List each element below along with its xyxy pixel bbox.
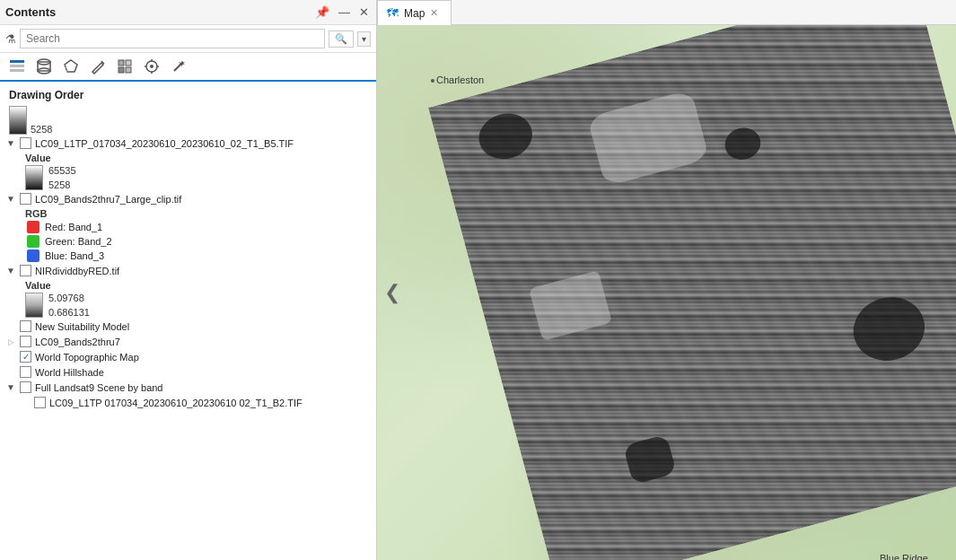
layer-name-lc09-b2: LC09_L1TP 017034_20230610_20230610 02_T1… (49, 398, 371, 408)
svg-rect-9 (118, 60, 124, 66)
cylinder-icon[interactable] (34, 57, 54, 76)
sat-light-patch-1 (587, 90, 710, 187)
checkbox-nir[interactable] (20, 265, 31, 276)
map-nav-left[interactable]: ❮ (384, 281, 400, 304)
search-row: ⚗ 🔍 ▾ (0, 25, 376, 53)
sat-dark-patch-2 (722, 124, 765, 163)
checkbox-lc09-b2[interactable] (34, 397, 46, 408)
layer-name-world-hillshade: World Hillshade (35, 367, 371, 378)
layer-row-full-landsat[interactable]: ▼ Full Landsat9 Scene by band (0, 380, 376, 395)
expand-arrow-full-landsat[interactable]: ▼ (5, 382, 16, 392)
value-top-nir: 5.09768 (48, 293, 90, 303)
checkbox-lc09-b5[interactable] (20, 137, 31, 149)
gradient-swatch (9, 106, 27, 135)
gradient-labels: 5258 (31, 106, 52, 135)
value-row-lc09-b5: 65535 5258 (0, 164, 376, 191)
pin-button[interactable]: 📌 (313, 5, 331, 19)
map-panel: 🗺 Map ✕ ❮ Charleston (377, 0, 956, 560)
layer-row-lc09-b5[interactable]: ▼ LC09_L1TP_017034_20230610_20230610_02_… (0, 136, 376, 151)
expand-arrow-nir[interactable]: ▼ (5, 266, 16, 276)
checkbox-full-landsat[interactable] (20, 381, 31, 393)
gradient-bottom-value: 5258 (31, 124, 52, 135)
grid-raster-icon[interactable] (115, 57, 135, 76)
layer-name-nir: NIRdividdbyRED.tif (35, 266, 371, 276)
blue-ridge-label: Blue RidgeParkway (880, 553, 928, 560)
layer-row-world-topo[interactable]: ▶ ✓ World Topographic Map (0, 349, 376, 364)
search-button[interactable]: 🔍 (329, 31, 354, 48)
layer-name-lc09-bands: LC09_Bands2thru7 (35, 337, 371, 347)
value-bottom-lc09-b5: 5258 (48, 179, 76, 190)
panel-controls: 📌 — ✕ (313, 5, 371, 19)
polygon-select-icon[interactable] (61, 57, 81, 76)
layer-row-nir[interactable]: ▼ NIRdividdbyRED.tif (0, 263, 376, 278)
value-labels-nir: 5.09768 0.686131 (48, 293, 90, 318)
layer-row-bands-large[interactable]: ▼ LC09_Bands2thru7_Large_clip.tif (0, 191, 376, 206)
svg-rect-2 (10, 69, 24, 72)
rgb-row-green: Green: Band_2 (0, 234, 376, 249)
sat-dark-patch-4 (623, 434, 677, 485)
toolbar-row (0, 53, 376, 82)
contents-list[interactable]: Drawing Order 5258 ▼ LC09_L1TP_017034_20… (0, 82, 376, 560)
svg-marker-6 (65, 60, 77, 72)
search-dropdown-button[interactable]: ▾ (357, 31, 371, 47)
search-input[interactable] (20, 29, 325, 48)
sub-label-bands-large: RGB (0, 206, 376, 220)
expand-arrow-bands-large[interactable]: ▼ (5, 194, 16, 204)
checkbox-lc09-bands[interactable] (20, 336, 31, 347)
wand-icon[interactable] (169, 57, 189, 76)
draw-icon[interactable] (88, 57, 108, 76)
charleston-label: Charleston (431, 74, 484, 85)
sat-light-patch-2 (529, 270, 612, 341)
map-tab-icon: 🗺 (387, 6, 399, 20)
svg-rect-1 (10, 65, 24, 67)
expand-arrow-lc09-bands[interactable]: ▷ (5, 337, 16, 346)
sat-dark-patch-1 (474, 108, 538, 165)
layer-name-bands-large: LC09_Bands2thru7_Large_clip.tif (35, 194, 371, 205)
close-button[interactable]: ✕ (357, 5, 371, 19)
rgb-row-red: Red: Band_1 (0, 220, 376, 234)
value-bottom-nir: 0.686131 (48, 307, 90, 318)
contents-panel: Contents 📌 — ✕ ⚗ 🔍 ▾ (0, 0, 377, 560)
sat-dark-patch-3 (846, 289, 932, 368)
map-tab-close-button[interactable]: ✕ (430, 7, 438, 19)
sub-label-lc09-b5: Value (0, 151, 376, 164)
expand-arrow-lc09-b5[interactable]: ▼ (5, 138, 16, 148)
layer-group-bands-large: ▼ LC09_Bands2thru7_Large_clip.tif RGB Re… (0, 191, 376, 263)
checkbox-suitability[interactable] (20, 320, 31, 332)
layer-row-lc09-bands[interactable]: ▷ LC09_Bands2thru7 (0, 334, 376, 349)
minimize-button[interactable]: — (337, 5, 352, 19)
svg-point-14 (150, 65, 153, 68)
rgb-label-blue: Blue: Band_3 (45, 250, 104, 261)
map-tab[interactable]: 🗺 Map ✕ (377, 0, 452, 25)
mini-swatch-nir (25, 293, 43, 318)
sub-label-nir: Value (0, 278, 376, 292)
checkbox-world-hillshade[interactable] (20, 366, 31, 378)
layer-name-suitability: New Suitability Model (35, 321, 371, 332)
map-tab-bar: 🗺 Map ✕ (377, 0, 956, 25)
checkbox-bands-large[interactable] (20, 193, 31, 205)
svg-rect-10 (126, 60, 131, 66)
rgb-row-blue: Blue: Band_3 (0, 249, 376, 263)
rgb-label-green: Green: Band_2 (45, 236, 112, 247)
layer-group-nir: ▼ NIRdividdbyRED.tif Value 5.09768 0.686… (0, 263, 376, 319)
checkbox-world-topo[interactable]: ✓ (20, 351, 31, 363)
drawing-order-label: Drawing Order (0, 85, 376, 103)
layer-group-lc09-b5: ▼ LC09_L1TP_017034_20230610_20230610_02_… (0, 136, 376, 191)
filter-icon: ⚗ (5, 32, 16, 46)
svg-rect-12 (126, 67, 131, 73)
layer-row-world-hillshade[interactable]: ▶ World Hillshade (0, 364, 376, 380)
list-view-icon[interactable] (7, 57, 27, 76)
panel-header: Contents 📌 — ✕ (0, 0, 376, 25)
svg-rect-0 (10, 60, 24, 63)
layer-name-world-topo: World Topographic Map (35, 352, 371, 363)
svg-rect-11 (118, 67, 124, 73)
red-dot (27, 221, 39, 233)
map-viewport[interactable]: ❮ Charleston Danville Blue RidgeParkway … (377, 25, 956, 560)
layer-row-lc09-b2[interactable]: ▶ LC09_L1TP 017034_20230610_20230610 02_… (0, 395, 376, 410)
gradient-swatch-row: 5258 (0, 103, 376, 136)
effect-icon[interactable] (142, 57, 162, 76)
value-labels-lc09-b5: 65535 5258 (48, 165, 76, 190)
mini-swatch-lc09-b5 (25, 165, 43, 190)
rgb-label-red: Red: Band_1 (45, 222, 102, 232)
layer-row-suitability[interactable]: ▶ New Suitability Model (0, 319, 376, 334)
